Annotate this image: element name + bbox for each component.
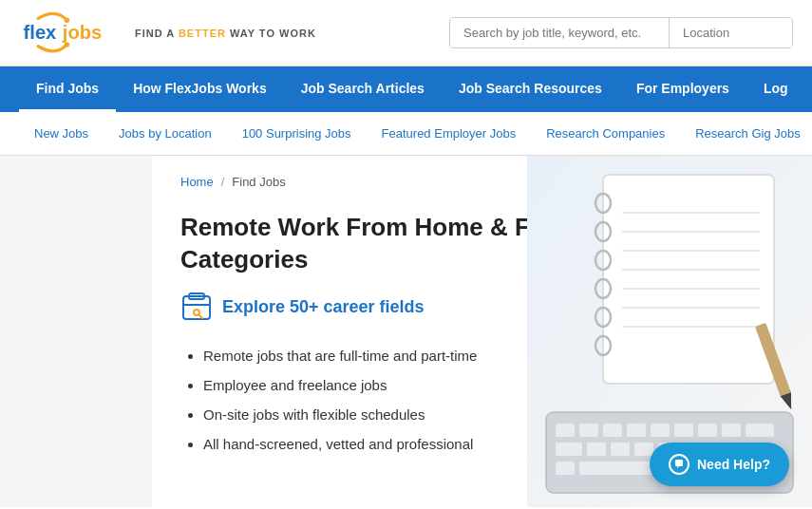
svg-rect-31 xyxy=(651,424,670,437)
need-help-button[interactable]: Need Help? xyxy=(650,443,789,486)
svg-rect-39 xyxy=(634,443,653,456)
nav-job-search-articles[interactable]: Job Search Articles xyxy=(284,66,442,112)
nav-find-jobs[interactable]: Find Jobs xyxy=(19,66,116,112)
nav-job-search-resources[interactable]: Job Search Resources xyxy=(442,66,619,112)
logo-area: flex jobs FIND A BETTER WAY TO WORK xyxy=(19,10,316,56)
svg-text:jobs: jobs xyxy=(62,22,102,43)
search-input[interactable] xyxy=(450,18,669,47)
svg-rect-33 xyxy=(698,424,717,437)
nav-log[interactable]: Log xyxy=(746,66,805,112)
tagline: FIND A BETTER WAY TO WORK xyxy=(135,28,316,39)
primary-nav: Find Jobs How FlexJobs Works Job Search … xyxy=(0,66,812,112)
subnav-100-surprising-jobs[interactable]: 100 Surprising Jobs xyxy=(227,112,367,155)
svg-rect-38 xyxy=(611,443,630,456)
breadcrumb-current: Find Jobs xyxy=(232,175,285,189)
svg-rect-30 xyxy=(627,424,646,437)
need-help-label: Need Help? xyxy=(697,457,770,472)
subnav-jobs-by-location[interactable]: Jobs by Location xyxy=(104,112,227,155)
svg-rect-29 xyxy=(603,424,622,437)
breadcrumb-home[interactable]: Home xyxy=(180,175,214,189)
svg-rect-44 xyxy=(556,462,575,475)
explore-link[interactable]: Explore 50+ career fields xyxy=(222,297,425,317)
subnav-research-companies[interactable]: Research Companies xyxy=(531,112,680,155)
subnav-new-jobs[interactable]: New Jobs xyxy=(19,112,104,155)
location-input[interactable] xyxy=(669,18,792,47)
svg-line-8 xyxy=(198,314,202,318)
chat-icon xyxy=(669,454,689,475)
flexjobs-logo[interactable]: flex jobs xyxy=(19,10,123,56)
svg-rect-34 xyxy=(722,424,741,437)
nav-how-it-works[interactable]: How FlexJobs Works xyxy=(116,66,284,112)
svg-rect-10 xyxy=(603,175,774,384)
nav-for-employers[interactable]: For Employers xyxy=(619,66,746,112)
sidebar xyxy=(0,156,152,507)
svg-rect-35 xyxy=(746,424,774,437)
subnav-research-gig-jobs[interactable]: Research Gig Jobs xyxy=(680,112,812,155)
svg-text:flex: flex xyxy=(24,22,58,43)
svg-rect-32 xyxy=(674,424,693,437)
svg-rect-28 xyxy=(579,424,598,437)
career-fields-icon xyxy=(180,292,213,324)
header: flex jobs FIND A BETTER WAY TO WORK xyxy=(0,0,812,66)
svg-rect-36 xyxy=(556,443,582,456)
svg-rect-37 xyxy=(587,443,606,456)
svg-rect-27 xyxy=(556,424,575,437)
search-area xyxy=(449,17,793,48)
secondary-nav: New Jobs Jobs by Location 100 Surprising… xyxy=(0,112,812,156)
subnav-featured-employer-jobs[interactable]: Featured Employer Jobs xyxy=(367,112,532,155)
breadcrumb-separator: / xyxy=(221,175,225,189)
